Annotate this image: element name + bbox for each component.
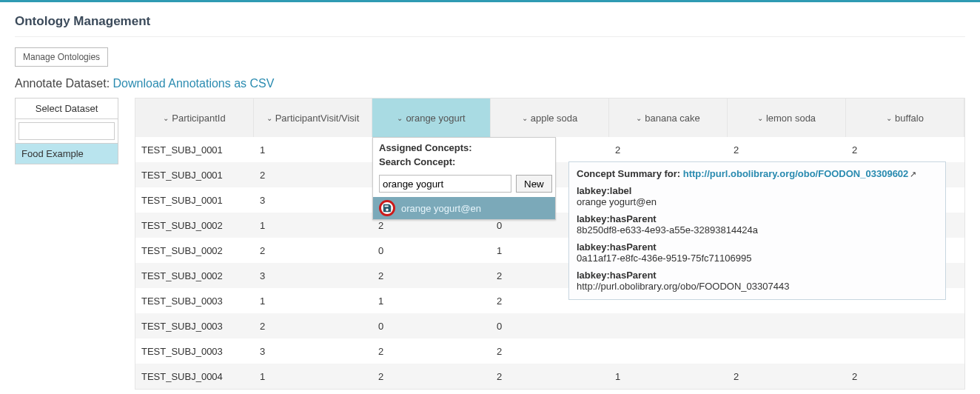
chevron-down-icon: ⌄ xyxy=(522,114,528,122)
summary-property-value: 8b250df8-e633-4e93-a55e-32893814424a xyxy=(577,224,758,236)
table-cell: 2 xyxy=(491,338,609,364)
column-header[interactable]: ⌄buffalo xyxy=(846,98,964,137)
table-cell: 2 xyxy=(728,137,846,162)
table-cell: 2 xyxy=(254,313,372,338)
column-header-label: buffalo xyxy=(895,113,924,124)
table-cell xyxy=(609,313,728,338)
manage-ontologies-button[interactable]: Manage Ontologies xyxy=(15,47,108,67)
save-icon[interactable] xyxy=(379,200,395,216)
page-title: Ontology Management xyxy=(15,14,965,29)
table-cell: 1 xyxy=(254,213,372,238)
chevron-down-icon: ⌄ xyxy=(163,114,169,122)
summary-property-value: orange yogurt@en xyxy=(577,196,657,207)
chevron-down-icon: ⌄ xyxy=(757,114,763,122)
table-cell: TEST_SUBJ_0004 xyxy=(135,364,254,389)
chevron-down-icon: ⌄ xyxy=(397,114,403,122)
concept-result-link[interactable]: orange yogurt@en xyxy=(401,203,481,214)
dataset-filter-input[interactable] xyxy=(19,122,115,140)
table-cell: TEST_SUBJ_0003 xyxy=(135,313,254,338)
subtitle-prefix: Annotate Dataset: xyxy=(15,77,113,90)
table-cell: 2 xyxy=(846,364,964,389)
table-cell: 2 xyxy=(372,364,491,389)
summary-property-value: http://purl.obolibrary.org/obo/FOODON_03… xyxy=(577,281,789,292)
column-concept-panel: Assigned Concepts: Search Concept: New o… xyxy=(372,137,556,220)
summary-property: labkey:hasParent0a11af17-e8fc-436e-9519-… xyxy=(577,241,938,264)
table-cell: 2 xyxy=(728,364,846,389)
concept-summary-panel: Concept Summary for: http://purl.obolibr… xyxy=(568,161,946,300)
column-header-label: ParticipantId xyxy=(172,113,225,124)
chevron-down-icon: ⌄ xyxy=(266,114,272,122)
table-cell: TEST_SUBJ_0001 xyxy=(135,137,254,162)
column-header-label: ParticipantVisit/Visit xyxy=(275,113,360,124)
table-cell: 0 xyxy=(372,313,491,338)
table-cell: 1 xyxy=(372,288,491,313)
table-cell: 1 xyxy=(254,137,372,162)
column-header-label: lemon soda xyxy=(766,113,816,124)
table-cell xyxy=(846,313,964,338)
table-cell: TEST_SUBJ_0003 xyxy=(135,338,254,364)
assigned-concepts-label: Assigned Concepts: xyxy=(379,142,549,153)
table-cell xyxy=(728,338,846,364)
column-header[interactable]: ⌄orange yogurt xyxy=(372,98,491,137)
table-cell: TEST_SUBJ_0003 xyxy=(135,288,254,313)
table-cell: TEST_SUBJ_0002 xyxy=(135,213,254,238)
external-link-icon: ↗ xyxy=(910,170,916,178)
summary-property: labkey:labelorange yogurt@en xyxy=(577,185,938,207)
table-cell: 2 xyxy=(491,364,609,389)
new-concept-button[interactable]: New xyxy=(516,175,552,193)
table-cell: 2 xyxy=(609,137,728,162)
download-csv-link[interactable]: Download Annotations as CSV xyxy=(113,77,275,90)
column-header[interactable]: ⌄ParticipantVisit/Visit xyxy=(254,98,372,137)
table-cell: TEST_SUBJ_0001 xyxy=(135,187,254,213)
summary-property: labkey:hasParenthttp://purl.obolibrary.o… xyxy=(577,270,938,292)
concept-search-result[interactable]: orange yogurt@en xyxy=(373,197,555,219)
table-row: TEST_SUBJ_0003322 xyxy=(135,338,964,364)
table-cell: TEST_SUBJ_0001 xyxy=(135,162,254,187)
divider xyxy=(15,36,965,37)
annotate-subtitle: Annotate Dataset: Download Annotations a… xyxy=(15,77,965,90)
summary-link[interactable]: http://purl.obolibrary.org/obo/FOODON_03… xyxy=(683,168,909,179)
table-cell: 2 xyxy=(372,338,491,364)
summary-prefix: Concept Summary for: xyxy=(577,168,683,179)
summary-property-key: labkey:hasParent xyxy=(577,270,938,281)
sidebar-item-food-example[interactable]: Food Example xyxy=(16,144,118,164)
table-row: TEST_SUBJ_0004122122 xyxy=(135,364,964,389)
table-cell: 2 xyxy=(254,162,372,187)
table-cell: 3 xyxy=(254,263,372,288)
column-header-label: banana cake xyxy=(645,113,699,124)
data-grid: ⌄ParticipantId⌄ParticipantVisit/Visit⌄or… xyxy=(135,98,965,390)
table-cell: TEST_SUBJ_0002 xyxy=(135,238,254,263)
chevron-down-icon: ⌄ xyxy=(636,114,642,122)
table-cell: 2 xyxy=(846,137,964,162)
table-cell: 0 xyxy=(491,313,609,338)
column-header-label: apple soda xyxy=(531,113,578,124)
table-cell: TEST_SUBJ_0002 xyxy=(135,263,254,288)
dataset-sidebar: Select Dataset Food Example xyxy=(15,98,118,164)
table-row: TEST_SUBJ_0003200 xyxy=(135,313,964,338)
summary-property-key: labkey:hasParent xyxy=(577,213,938,224)
table-cell: 3 xyxy=(254,338,372,364)
summary-property-key: labkey:hasParent xyxy=(577,241,938,253)
column-header[interactable]: ⌄banana cake xyxy=(609,98,728,137)
summary-property-value: 0a11af17-e8fc-436e-9519-75fc71106995 xyxy=(577,253,751,264)
search-concept-input[interactable] xyxy=(379,175,511,193)
table-cell: 1 xyxy=(609,364,728,389)
table-cell: 2 xyxy=(254,238,372,263)
table-cell xyxy=(609,338,728,364)
table-cell xyxy=(728,313,846,338)
column-header[interactable]: ⌄apple soda xyxy=(491,98,609,137)
table-cell: 1 xyxy=(254,288,372,313)
summary-property-key: labkey:label xyxy=(577,185,938,196)
column-header[interactable]: ⌄lemon soda xyxy=(728,98,846,137)
chevron-down-icon: ⌄ xyxy=(886,114,892,122)
table-cell xyxy=(846,338,964,364)
sidebar-heading: Select Dataset xyxy=(16,98,118,119)
table-cell: 1 xyxy=(254,364,372,389)
search-concept-label: Search Concept: xyxy=(379,156,549,167)
summary-property: labkey:hasParent8b250df8-e633-4e93-a55e-… xyxy=(577,213,938,236)
table-cell: 3 xyxy=(254,187,372,213)
column-header-label: orange yogurt xyxy=(406,113,465,124)
table-cell: 2 xyxy=(372,263,491,288)
column-header[interactable]: ⌄ParticipantId xyxy=(135,98,254,137)
table-cell: 0 xyxy=(372,238,491,263)
